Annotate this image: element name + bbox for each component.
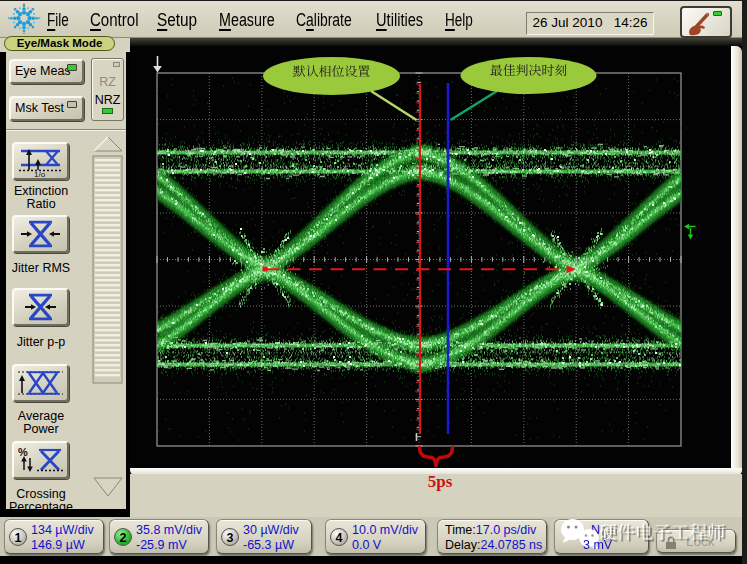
- svg-text:%: %: [18, 446, 28, 458]
- svg-text:1/o: 1/o: [34, 170, 46, 177]
